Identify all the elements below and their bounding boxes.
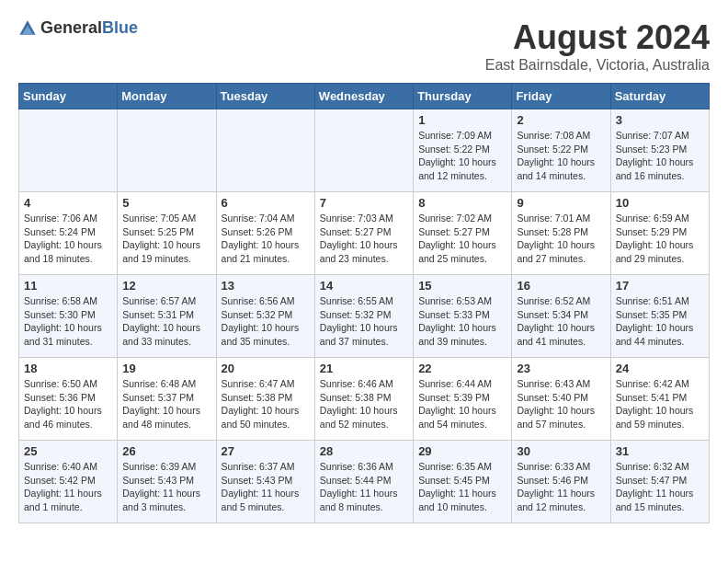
calendar-cell-1-4: 8Sunrise: 7:02 AM Sunset: 5:27 PM Daylig… <box>414 192 512 275</box>
logo-general: General <box>40 18 102 37</box>
day-number: 23 <box>517 362 605 375</box>
day-number: 3 <box>616 113 704 127</box>
calendar-cell-3-0: 18Sunrise: 6:50 AM Sunset: 5:36 PM Dayli… <box>19 358 118 441</box>
header-sunday: Sunday <box>19 84 118 109</box>
cell-content: Sunrise: 7:01 AM Sunset: 5:28 PM Dayligh… <box>517 212 605 266</box>
header-monday: Monday <box>118 84 216 109</box>
calendar-table: Sunday Monday Tuesday Wednesday Thursday… <box>18 83 710 523</box>
day-number: 29 <box>418 444 506 458</box>
calendar-cell-2-6: 17Sunrise: 6:51 AM Sunset: 5:35 PM Dayli… <box>610 275 709 358</box>
header-saturday: Saturday <box>610 84 709 109</box>
calendar-cell-0-2 <box>216 109 314 192</box>
subtitle: East Bairnsdale, Victoria, Australia <box>485 57 710 74</box>
calendar-cell-3-6: 24Sunrise: 6:42 AM Sunset: 5:41 PM Dayli… <box>610 358 709 441</box>
calendar-cell-4-2: 27Sunrise: 6:37 AM Sunset: 5:43 PM Dayli… <box>216 441 314 523</box>
calendar-cell-2-4: 15Sunrise: 6:53 AM Sunset: 5:33 PM Dayli… <box>414 275 512 358</box>
cell-content: Sunrise: 6:59 AM Sunset: 5:29 PM Dayligh… <box>616 212 704 266</box>
cell-content: Sunrise: 6:39 AM Sunset: 5:43 PM Dayligh… <box>122 460 210 514</box>
logo-icon <box>18 19 37 38</box>
calendar-cell-1-6: 10Sunrise: 6:59 AM Sunset: 5:29 PM Dayli… <box>610 192 709 275</box>
title-area: August 2024 East Bairnsdale, Victoria, A… <box>485 18 710 74</box>
cell-content: Sunrise: 6:44 AM Sunset: 5:39 PM Dayligh… <box>418 377 506 431</box>
calendar-cell-3-4: 22Sunrise: 6:44 AM Sunset: 5:39 PM Dayli… <box>414 358 512 441</box>
day-number: 1 <box>418 113 506 127</box>
calendar-cell-0-0 <box>19 109 118 192</box>
calendar-cell-2-3: 14Sunrise: 6:55 AM Sunset: 5:32 PM Dayli… <box>314 275 413 358</box>
day-number: 14 <box>320 279 408 293</box>
calendar-cell-2-5: 16Sunrise: 6:52 AM Sunset: 5:34 PM Dayli… <box>512 275 610 358</box>
day-number: 30 <box>517 444 605 458</box>
cell-content: Sunrise: 6:33 AM Sunset: 5:46 PM Dayligh… <box>517 460 605 514</box>
calendar-cell-4-1: 26Sunrise: 6:39 AM Sunset: 5:43 PM Dayli… <box>118 441 216 523</box>
cell-content: Sunrise: 6:46 AM Sunset: 5:38 PM Dayligh… <box>320 377 408 431</box>
cell-content: Sunrise: 6:52 AM Sunset: 5:34 PM Dayligh… <box>517 294 605 349</box>
cell-content: Sunrise: 7:04 AM Sunset: 5:26 PM Dayligh… <box>222 212 310 266</box>
day-number: 24 <box>616 362 704 375</box>
calendar-cell-1-2: 6Sunrise: 7:04 AM Sunset: 5:26 PM Daylig… <box>216 192 314 275</box>
cell-content: Sunrise: 7:05 AM Sunset: 5:25 PM Dayligh… <box>122 212 210 266</box>
cell-content: Sunrise: 6:56 AM Sunset: 5:32 PM Dayligh… <box>222 294 310 349</box>
calendar-cell-3-3: 21Sunrise: 6:46 AM Sunset: 5:38 PM Dayli… <box>314 358 413 441</box>
day-number: 5 <box>122 196 210 210</box>
calendar-row-4: 25Sunrise: 6:40 AM Sunset: 5:42 PM Dayli… <box>19 441 710 523</box>
day-number: 25 <box>24 444 112 458</box>
cell-content: Sunrise: 6:47 AM Sunset: 5:38 PM Dayligh… <box>222 377 310 431</box>
calendar-cell-2-0: 11Sunrise: 6:58 AM Sunset: 5:30 PM Dayli… <box>19 275 118 358</box>
logo-blue: Blue <box>102 18 138 37</box>
calendar-cell-4-5: 30Sunrise: 6:33 AM Sunset: 5:46 PM Dayli… <box>512 441 610 523</box>
cell-content: Sunrise: 6:58 AM Sunset: 5:30 PM Dayligh… <box>24 294 112 349</box>
cell-content: Sunrise: 6:40 AM Sunset: 5:42 PM Dayligh… <box>24 460 112 514</box>
cell-content: Sunrise: 6:48 AM Sunset: 5:37 PM Dayligh… <box>122 377 210 431</box>
cell-content: Sunrise: 6:53 AM Sunset: 5:33 PM Dayligh… <box>418 294 506 349</box>
calendar-row-3: 18Sunrise: 6:50 AM Sunset: 5:36 PM Dayli… <box>19 358 710 441</box>
calendar-cell-3-5: 23Sunrise: 6:43 AM Sunset: 5:40 PM Dayli… <box>512 358 610 441</box>
calendar-cell-1-5: 9Sunrise: 7:01 AM Sunset: 5:28 PM Daylig… <box>512 192 610 275</box>
header: GeneralBlue August 2024 East Bairnsdale,… <box>18 18 710 74</box>
day-number: 20 <box>222 362 310 375</box>
calendar-cell-4-3: 28Sunrise: 6:36 AM Sunset: 5:44 PM Dayli… <box>314 441 413 523</box>
calendar-cell-2-1: 12Sunrise: 6:57 AM Sunset: 5:31 PM Dayli… <box>118 275 216 358</box>
day-number: 31 <box>616 444 704 458</box>
logo: GeneralBlue <box>18 18 138 38</box>
cell-content: Sunrise: 6:51 AM Sunset: 5:35 PM Dayligh… <box>616 294 704 349</box>
calendar-cell-3-2: 20Sunrise: 6:47 AM Sunset: 5:38 PM Dayli… <box>216 358 314 441</box>
day-number: 10 <box>616 196 704 210</box>
day-number: 21 <box>320 362 408 375</box>
day-number: 18 <box>24 362 112 375</box>
calendar-cell-4-6: 31Sunrise: 6:32 AM Sunset: 5:47 PM Dayli… <box>610 441 709 523</box>
calendar-cell-0-5: 2Sunrise: 7:08 AM Sunset: 5:22 PM Daylig… <box>512 109 610 192</box>
header-thursday: Thursday <box>414 84 512 109</box>
cell-content: Sunrise: 7:07 AM Sunset: 5:23 PM Dayligh… <box>616 129 704 183</box>
cell-content: Sunrise: 6:37 AM Sunset: 5:43 PM Dayligh… <box>222 460 310 514</box>
cell-content: Sunrise: 6:50 AM Sunset: 5:36 PM Dayligh… <box>24 377 112 431</box>
day-number: 4 <box>24 196 112 210</box>
calendar-row-0: 1Sunrise: 7:09 AM Sunset: 5:22 PM Daylig… <box>19 109 710 192</box>
cell-content: Sunrise: 7:02 AM Sunset: 5:27 PM Dayligh… <box>418 212 506 266</box>
calendar-cell-4-0: 25Sunrise: 6:40 AM Sunset: 5:42 PM Dayli… <box>19 441 118 523</box>
day-number: 13 <box>222 279 310 293</box>
header-wednesday: Wednesday <box>314 84 413 109</box>
header-row: Sunday Monday Tuesday Wednesday Thursday… <box>19 84 710 109</box>
day-number: 28 <box>320 444 408 458</box>
calendar-row-1: 4Sunrise: 7:06 AM Sunset: 5:24 PM Daylig… <box>19 192 710 275</box>
cell-content: Sunrise: 6:43 AM Sunset: 5:40 PM Dayligh… <box>517 377 605 431</box>
cell-content: Sunrise: 7:06 AM Sunset: 5:24 PM Dayligh… <box>24 212 112 266</box>
cell-content: Sunrise: 6:36 AM Sunset: 5:44 PM Dayligh… <box>320 460 408 514</box>
calendar-cell-0-4: 1Sunrise: 7:09 AM Sunset: 5:22 PM Daylig… <box>414 109 512 192</box>
calendar-cell-0-1 <box>118 109 216 192</box>
calendar-cell-4-4: 29Sunrise: 6:35 AM Sunset: 5:45 PM Dayli… <box>414 441 512 523</box>
day-number: 6 <box>222 196 310 210</box>
cell-content: Sunrise: 7:09 AM Sunset: 5:22 PM Dayligh… <box>418 129 506 183</box>
cell-content: Sunrise: 7:08 AM Sunset: 5:22 PM Dayligh… <box>517 129 605 183</box>
day-number: 12 <box>122 279 210 293</box>
day-number: 16 <box>517 279 605 293</box>
cell-content: Sunrise: 6:42 AM Sunset: 5:41 PM Dayligh… <box>616 377 704 431</box>
day-number: 9 <box>517 196 605 210</box>
cell-content: Sunrise: 6:57 AM Sunset: 5:31 PM Dayligh… <box>122 294 210 349</box>
calendar-body: 1Sunrise: 7:09 AM Sunset: 5:22 PM Daylig… <box>19 109 710 523</box>
day-number: 7 <box>320 196 408 210</box>
day-number: 17 <box>616 279 704 293</box>
header-tuesday: Tuesday <box>216 84 314 109</box>
day-number: 2 <box>517 113 605 127</box>
calendar-cell-1-1: 5Sunrise: 7:05 AM Sunset: 5:25 PM Daylig… <box>118 192 216 275</box>
